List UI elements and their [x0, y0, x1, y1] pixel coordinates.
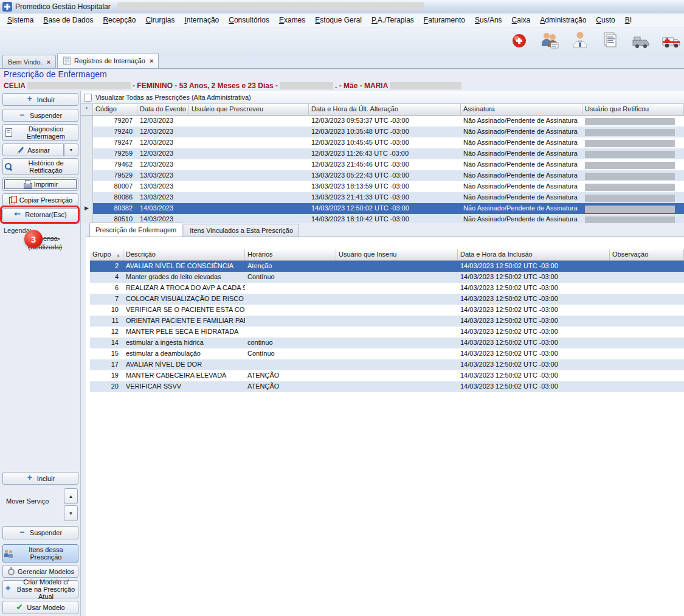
- item-row-6[interactable]: 6REALIZAR A TROCA DO AVP A CADA 9614/03/…: [90, 283, 684, 294]
- column-header-observa-o[interactable]: Observação: [610, 249, 684, 260]
- suspender-item-button[interactable]: Suspender: [2, 526, 78, 539]
- menu-item-base-de-dados[interactable]: Base de Dados: [38, 15, 98, 26]
- assinar-dropdown-button[interactable]: ▼: [64, 144, 78, 156]
- item-row-11[interactable]: 11ORIENTAR PACIENTE E FAMILIAR PARA14/03…: [90, 316, 684, 327]
- table-cell: 12/03/2023 10:45:45 UTC -03:00: [309, 137, 461, 148]
- diagnostico-enfermagem-button[interactable]: Diagnostico Enfermagem: [2, 124, 78, 141]
- menu-item-consult-rios[interactable]: Consultórios: [224, 15, 274, 26]
- table-cell: ▶: [81, 203, 93, 214]
- inner-tab-prescri-o-de-enfermagem[interactable]: Prescrição de Enfermagem: [89, 223, 182, 237]
- doctor-icon[interactable]: [568, 29, 592, 51]
- retornar-button[interactable]: Retornar(Esc): [2, 208, 78, 221]
- menu-item-sistema[interactable]: Sistema: [2, 15, 38, 26]
- ambulance-icon[interactable]: [660, 29, 683, 51]
- table-cell: Não Assinado/Pendente de Assinatura: [461, 203, 582, 214]
- prescription-row-79207[interactable]: 7920712/03/202312/03/2023 09:53:37 UTC -…: [81, 116, 684, 126]
- menu-item-faturamento[interactable]: Faturamento: [419, 15, 470, 26]
- menu-item-bi[interactable]: BI: [620, 15, 637, 26]
- button-label: Incluir: [37, 475, 55, 482]
- show-all-checkbox[interactable]: [84, 94, 92, 102]
- imprimir-button[interactable]: Imprimir: [2, 178, 78, 191]
- suspender-button[interactable]: Suspender: [2, 109, 78, 122]
- table-cell: 80382: [93, 203, 137, 214]
- criar-modelo-button[interactable]: Criar Modelo c/ Base na Prescrição Atual: [2, 580, 78, 598]
- item-row-4[interactable]: 4Manter grades do leito elevadasContínuo…: [90, 272, 684, 283]
- item-row-17[interactable]: 17AVALIAR NÍVEL DE DOR14/03/2023 12:50:0…: [90, 359, 684, 370]
- table-cell: 14/03/2023 12:50:02 UTC -03:00: [309, 203, 461, 214]
- table-cell: 14/03/2023 12:50:02 UTC -03:00: [458, 381, 610, 392]
- table-cell: VERIFICAR SSVV: [123, 381, 245, 392]
- item-row-19[interactable]: 19MANTER CABECEIRA ELEVADAATENÇÃO14/03/2…: [90, 370, 684, 381]
- item-row-20[interactable]: 20VERIFICAR SSVVATENÇÃO14/03/2023 12:50:…: [90, 381, 684, 392]
- column-header-usu-rio-que-prescreveu[interactable]: Usuário que Prescreveu: [189, 104, 309, 115]
- right-pane: Visualizar Todas as Prescrições (Alta Ad…: [81, 91, 684, 616]
- prescription-row-80007[interactable]: 8000713/03/202313/03/2023 18:13:59 UTC -…: [81, 181, 684, 192]
- item-row-7[interactable]: 7COLOCAR VISUALIZAÇÃO DE RISCO DE14/03/2…: [90, 294, 684, 305]
- prescription-row-80510[interactable]: 8051014/03/202314/03/2023 18:10:42 UTC -…: [81, 214, 684, 223]
- reception-icon[interactable]: [538, 29, 561, 51]
- table-cell: AVALIAR NÍVEL DE DOR: [123, 359, 245, 370]
- magnifier-icon: [4, 162, 13, 171]
- menu-item-estoque-geral[interactable]: Estoque Geral: [310, 15, 367, 26]
- item-row-2[interactable]: 2AVALIAR NÍVEL DE CONSCIÊNCIAAtenção14/0…: [90, 261, 684, 272]
- menu-item-recep-o[interactable]: Recepção: [98, 15, 140, 26]
- stretcher-icon[interactable]: [629, 29, 652, 51]
- column-header-descri-o[interactable]: Descrição: [123, 249, 245, 260]
- column-header-data-e-hora-da-lt-altera-o[interactable]: Data e Hora da Últ. Alteração: [309, 104, 461, 115]
- menu-item-administra-o[interactable]: Administração: [535, 15, 591, 26]
- column-header-grupo[interactable]: Grupo▲: [90, 249, 123, 260]
- table-cell: [336, 272, 458, 283]
- emergency-icon[interactable]: [508, 29, 531, 51]
- redacted-text: [585, 140, 675, 147]
- prescription-row-80086[interactable]: 8008613/03/202313/03/2023 21:41:33 UTC -…: [81, 192, 684, 203]
- table-cell: 80510: [93, 214, 137, 223]
- historico-retificacao-button[interactable]: Histórico de Retificação: [2, 158, 78, 175]
- copiar-prescricao-button[interactable]: Copiar Prescrição: [2, 193, 78, 206]
- menu-item-interna-o[interactable]: Internação: [180, 15, 224, 26]
- documents-icon[interactable]: [599, 29, 622, 51]
- table-cell: [189, 214, 309, 223]
- prescription-row-79247[interactable]: 7924712/03/202312/03/2023 10:45:45 UTC -…: [81, 137, 684, 148]
- column-header-data-do-evento[interactable]: Data do Evento: [137, 104, 189, 115]
- incluir-item-button[interactable]: Incluir: [2, 472, 78, 485]
- column-header-hor-rios[interactable]: Horários: [245, 249, 336, 260]
- gerenciar-modelos-button[interactable]: Gerenciar Modelos: [2, 565, 78, 578]
- assinar-button[interactable]: Assinar: [2, 144, 64, 156]
- item-row-10[interactable]: 10VERIFICAR SE O PACIENTE ESTA COM P14/0…: [90, 305, 684, 316]
- menu-item-p-a-terapias[interactable]: P.A./Terapias: [367, 15, 419, 26]
- prescription-row-79259[interactable]: 7925912/03/202312/03/2023 11:26:43 UTC -…: [81, 148, 684, 159]
- prescription-row-79462[interactable]: 7946212/03/202312/03/2023 21:45:46 UTC -…: [81, 159, 684, 170]
- title-bar[interactable]: Promedico Gestão Hospitalar: [0, 0, 684, 13]
- prescription-row-79240[interactable]: 7924012/03/202312/03/2023 10:35:48 UTC -…: [81, 126, 684, 137]
- move-down-button[interactable]: ▼: [64, 505, 78, 521]
- mover-servico-label: Mover Serviço: [6, 497, 49, 505]
- table-cell: [610, 348, 684, 359]
- tab-close-icon[interactable]: ×: [150, 57, 153, 64]
- menu-item-exames[interactable]: Exames: [274, 15, 310, 26]
- menu-item-cirurgias[interactable]: Cirurgias: [140, 15, 179, 26]
- tab-registros-de-interna-o[interactable]: Registros de Internação×: [57, 53, 159, 68]
- table-cell: [81, 116, 93, 126]
- menu-item-sus-ans[interactable]: Sus/Ans: [470, 15, 507, 26]
- table-cell: Não Assinado/Pendente de Assinatura: [461, 214, 582, 223]
- column-header-c-digo[interactable]: Código: [93, 104, 137, 115]
- move-up-button[interactable]: ▲: [64, 488, 78, 504]
- menu-item-custo[interactable]: Custo: [591, 15, 620, 26]
- tab-close-icon[interactable]: ×: [47, 58, 50, 66]
- menu-item-caixa[interactable]: Caixa: [507, 15, 536, 26]
- column-header-assinatura[interactable]: Assinatura: [461, 104, 582, 115]
- incluir-button[interactable]: Incluir: [2, 93, 78, 106]
- prescription-row-80382[interactable]: ▶8038214/03/202314/03/2023 12:50:02 UTC …: [81, 203, 684, 214]
- itens-dessa-prescricao-button[interactable]: Itens dessa Prescrição: [2, 544, 78, 562]
- tab-bem-vindo[interactable]: Bem Vindo.×: [2, 55, 56, 68]
- item-row-12[interactable]: 12MANTER PELE SECA E HIDRATADA14/03/2023…: [90, 327, 684, 337]
- column-header-usu-rio-que-retificou[interactable]: Usuário que Retificou: [582, 104, 684, 115]
- prescription-row-79529[interactable]: 7952913/03/202313/03/2023 05:22:43 UTC -…: [81, 170, 684, 181]
- item-row-14[interactable]: 14estimular a ingesta hidricacontinuo14/…: [90, 337, 684, 348]
- inner-tab-itens-vinculados-a-esta-prescri-o[interactable]: Itens Vinculados a Esta Prescrição: [184, 224, 299, 237]
- item-row-15[interactable]: 15estimular a deambulaçãoContínuo14/03/2…: [90, 348, 684, 359]
- column-header-usu-rio-que-inseriu[interactable]: Usuário que Inseriu: [336, 249, 458, 260]
- column-header-data-e-hora-da-inclus-o[interactable]: Data e Hora da Inclusão: [458, 249, 610, 260]
- table-cell: Não Assinado/Pendente de Assinatura: [461, 148, 582, 159]
- usar-modelo-button[interactable]: Usar Modelo: [2, 601, 78, 614]
